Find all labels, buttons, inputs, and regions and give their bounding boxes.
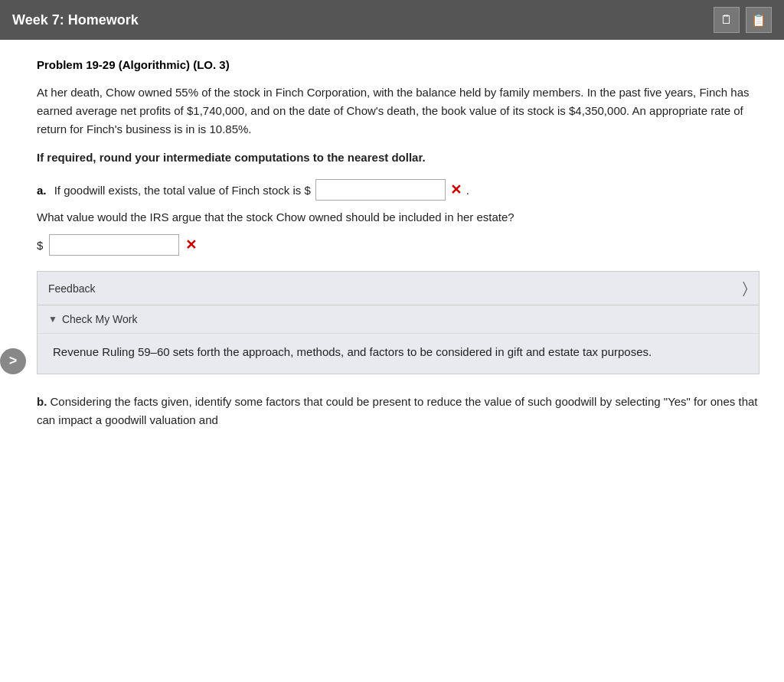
part-a-block: a. If goodwill exists, the total value o… — [37, 179, 760, 256]
part-b-text: b. Considering the facts given, identify… — [37, 393, 760, 429]
part-b-body: Considering the facts given, identify so… — [37, 395, 757, 426]
part-a-x1: ✕ — [450, 181, 462, 198]
page-header: Week 7: Homework 🗒 📋 — [0, 0, 784, 40]
hand-cursor-icon[interactable]: 〉︎ — [743, 279, 748, 297]
header-icons: 🗒 📋 — [714, 7, 772, 33]
document-icon-button[interactable]: 📋 — [746, 7, 772, 33]
part-a-question-text: If goodwill exists, the total value of F… — [51, 184, 311, 197]
part-b-block: b. Considering the facts given, identify… — [37, 393, 760, 429]
book-icon-button[interactable]: 🗒 — [714, 7, 740, 33]
part-a-x2: ✕ — [185, 237, 197, 253]
nav-left-arrow[interactable]: > — [0, 348, 26, 374]
main-container: > Problem 19-29 (Algorithmic) (LO. 3) At… — [0, 40, 784, 682]
triangle-icon: ▼ — [48, 314, 57, 325]
check-my-work-label: Check My Work — [62, 313, 138, 325]
feedback-header: Feedback 〉︎ — [38, 272, 759, 305]
problem-title: Problem 19-29 (Algorithmic) (LO. 3) — [37, 58, 760, 71]
round-note: If required, round your intermediate com… — [37, 151, 760, 164]
content-area: Problem 19-29 (Algorithmic) (LO. 3) At h… — [0, 40, 784, 682]
part-b-label: b. — [37, 395, 47, 408]
dollar-sign: $ — [37, 239, 43, 252]
part-a-input1[interactable] — [315, 179, 446, 201]
feedback-container: Feedback 〉︎ ▼ Check My Work Revenue Ruli… — [37, 271, 760, 374]
check-my-work-row[interactable]: ▼ Check My Work — [38, 305, 759, 334]
part-a-subquestion: What value would the IRS argue that the … — [37, 208, 760, 227]
feedback-body-text: Revenue Ruling 59–60 sets forth the appr… — [53, 345, 652, 358]
header-title: Week 7: Homework — [12, 12, 139, 28]
feedback-label: Feedback — [48, 282, 95, 295]
part-a-label: a. — [37, 184, 47, 197]
feedback-body: Revenue Ruling 59–60 sets forth the appr… — [38, 334, 759, 374]
part-a-input2[interactable] — [49, 234, 179, 256]
problem-body-text: At her death, Chow owned 55% of the stoc… — [37, 83, 760, 139]
part-a-line1: a. If goodwill exists, the total value o… — [37, 179, 760, 201]
part-a-input-row: $ ✕ — [37, 234, 760, 256]
